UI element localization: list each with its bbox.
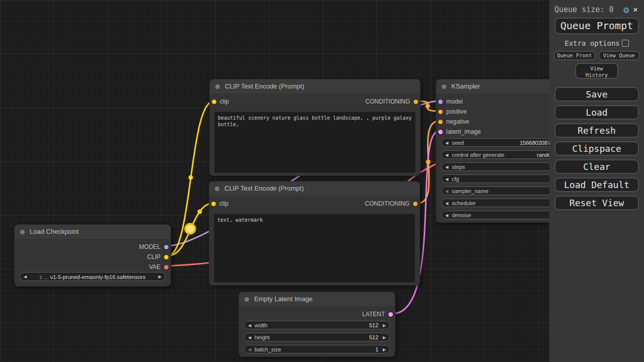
queue-prompt-button[interactable]: Queue Prompt: [554, 18, 639, 34]
height-widget[interactable]: ◀ height 512 ▶: [244, 333, 390, 341]
extra-options-row: Extra options: [549, 39, 644, 48]
output-slot-latent[interactable]: LATENT: [239, 309, 395, 319]
prompt-text-input[interactable]: beautiful scenery nature glass bottle la…: [214, 112, 416, 173]
widget-value: 1566802087: [520, 139, 550, 147]
collapse-dot-icon[interactable]: [215, 187, 219, 191]
ckpt-name-widget[interactable]: ◀ c ... v1-5-pruned-emaonly-fp16.safeten…: [20, 272, 166, 281]
refresh-button[interactable]: Refresh: [554, 123, 639, 138]
decrement-icon[interactable]: ◀: [445, 163, 448, 171]
close-icon[interactable]: ✕: [633, 6, 638, 14]
queue-size-row: Queue size: 0 ⚙ ✕: [549, 0, 644, 16]
decrement-icon[interactable]: ◀: [445, 139, 448, 147]
increment-icon[interactable]: ▶: [383, 321, 386, 329]
prev-option-icon[interactable]: ◀: [24, 273, 27, 281]
decrement-icon[interactable]: ◀: [248, 321, 251, 329]
widget-label: height: [255, 333, 270, 341]
collapse-dot-icon[interactable]: [245, 297, 249, 302]
decrement-icon[interactable]: ◀: [445, 151, 448, 159]
slot-label: positive: [446, 108, 467, 115]
decrement-icon[interactable]: ◀: [248, 345, 251, 353]
wire-clip-positive: [168, 101, 214, 256]
collapse-dot-icon[interactable]: [20, 230, 25, 234]
decrement-icon[interactable]: ◀: [445, 187, 448, 195]
queue-front-button[interactable]: Queue Front: [553, 51, 596, 60]
slot-label: CONDITIONING: [365, 200, 410, 207]
slot-dot-latent[interactable]: [438, 130, 443, 134]
slot-dot-conditioning[interactable]: [413, 202, 418, 206]
node-title: CLIP Text Encode (Prompt): [224, 185, 304, 192]
increment-icon[interactable]: ▶: [383, 345, 386, 353]
widget-label: steps: [452, 163, 465, 171]
widget-label: seed: [452, 139, 464, 147]
width-widget[interactable]: ◀ width 512 ▶: [244, 321, 390, 329]
widget-value: 1: [375, 345, 378, 353]
node-clip-text-encode-negative[interactable]: CLIP Text Encode (Prompt) clip CONDITION…: [209, 181, 420, 286]
widget-label: sampler_name: [452, 187, 489, 195]
collapse-dot-icon[interactable]: [442, 84, 446, 89]
slot-row: clip CONDITIONING: [209, 199, 420, 209]
widget-value: 512: [369, 321, 378, 329]
widget-label: width: [255, 321, 268, 329]
prompt-text-input[interactable]: text, watermark: [214, 214, 415, 283]
node-graph-canvas[interactable]: Load Checkpoint MODEL CLIP VAE ◀ c ... v…: [0, 0, 644, 362]
widget-label: denoise: [452, 211, 471, 219]
clear-button[interactable]: Clear: [554, 159, 639, 174]
node-title-bar[interactable]: Load Checkpoint: [15, 225, 171, 239]
decrement-icon[interactable]: ◀: [248, 333, 251, 341]
extra-options-checkbox[interactable]: [622, 40, 629, 47]
link-junction-dot[interactable]: [185, 224, 195, 234]
slot-dot-model[interactable]: [438, 100, 443, 104]
queue-size-label: Queue size: 0: [554, 5, 613, 14]
load-button[interactable]: Load: [554, 105, 639, 120]
slot-dot-vae[interactable]: [164, 265, 169, 269]
slot-label: MODEL: [139, 243, 160, 250]
menu-buttons: Save Load Refresh Clipspace Clear Load D…: [549, 87, 644, 210]
save-button[interactable]: Save: [554, 87, 639, 102]
batch-size-widget[interactable]: ◀ batch_size 1 ▶: [244, 345, 390, 353]
slot-label: VAE: [149, 263, 160, 270]
view-history-button[interactable]: View History: [575, 63, 618, 79]
link-dot: [189, 175, 193, 180]
widget-value: 512: [369, 333, 378, 341]
widget-label: batch_size: [255, 345, 281, 353]
comfy-menu-panel: Queue size: 0 ⚙ ✕ Queue Prompt Extra opt…: [549, 0, 644, 362]
output-slot-conditioning[interactable]: CONDITIONING: [209, 199, 420, 209]
slot-dot-clip[interactable]: [164, 255, 169, 259]
node-title-bar[interactable]: Empty Latent Image: [239, 292, 395, 306]
extra-options-label: Extra options: [565, 39, 620, 47]
output-slot-vae[interactable]: VAE: [15, 262, 171, 272]
node-title-bar[interactable]: CLIP Text Encode (Prompt): [210, 79, 420, 94]
slot-dot-model[interactable]: [164, 245, 169, 249]
node-empty-latent-image[interactable]: Empty Latent Image LATENT ◀ width 512 ▶ …: [238, 292, 395, 357]
slot-label: CLIP: [147, 253, 160, 260]
next-option-icon[interactable]: ▶: [158, 273, 162, 281]
slot-dot-conditioning[interactable]: [438, 120, 443, 124]
slot-dot-conditioning[interactable]: [414, 100, 418, 104]
slot-label: LATENT: [362, 311, 385, 318]
reset-view-button[interactable]: Reset View: [554, 196, 639, 210]
link-dot: [426, 104, 430, 109]
decrement-icon[interactable]: ◀: [445, 211, 448, 219]
node-title-bar[interactable]: CLIP Text Encode (Prompt): [209, 182, 420, 196]
node-load-checkpoint[interactable]: Load Checkpoint MODEL CLIP VAE ◀ c ... v…: [14, 224, 171, 287]
decrement-icon[interactable]: ◀: [445, 175, 448, 183]
collapse-dot-icon[interactable]: [215, 84, 220, 89]
widget-label: cfg: [452, 175, 459, 183]
output-slot-clip[interactable]: CLIP: [15, 252, 171, 262]
link-dot: [426, 160, 431, 164]
node-title: CLIP Text Encode (Prompt): [225, 82, 304, 90]
node-clip-text-encode-positive[interactable]: CLIP Text Encode (Prompt) clip CONDITION…: [209, 79, 421, 176]
settings-gear-icon[interactable]: ⚙: [623, 5, 629, 14]
load-default-button[interactable]: Load Default: [554, 177, 639, 192]
clipspace-button[interactable]: Clipspace: [554, 141, 639, 156]
view-queue-button[interactable]: View Queue: [598, 51, 640, 60]
widget-label: c ...: [40, 274, 49, 280]
node-title: Load Checkpoint: [30, 228, 79, 235]
slot-dot-conditioning[interactable]: [438, 110, 443, 114]
increment-icon[interactable]: ▶: [383, 333, 386, 341]
output-slot-conditioning[interactable]: CONDITIONING: [210, 97, 420, 107]
output-slot-model[interactable]: MODEL: [15, 242, 171, 252]
decrement-icon[interactable]: ◀: [445, 199, 448, 207]
wire-clip-negative: [168, 203, 213, 256]
slot-dot-latent[interactable]: [388, 312, 393, 317]
